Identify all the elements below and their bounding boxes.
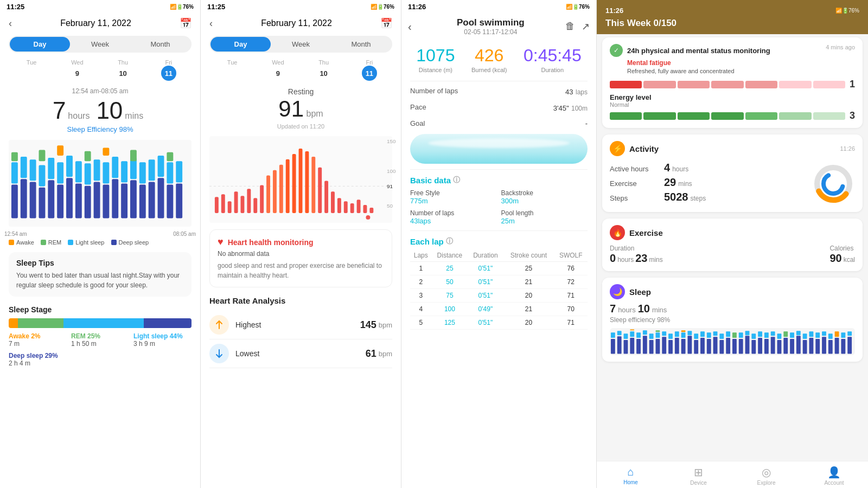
deep-bar [144,318,192,328]
col-laps: Laps [410,249,432,262]
chart-time-labels: 12:54 am 08:05 am [0,231,200,237]
pool-title: Pool swimming [416,17,565,28]
ex-calories-unit: kcal [844,256,855,264]
svg-rect-112 [707,339,711,354]
svg-rect-150 [815,332,820,338]
ex-duration-hours: 0 [610,252,616,265]
pool-visual [410,134,588,164]
highest-label: Highest [235,320,360,329]
device-label: Device [690,480,707,486]
sleep-tips-card: Sleep Tips You went to bed later than us… [9,252,192,297]
heart-monitor-desc: good sleep and rest and proper exercise … [218,261,384,280]
lap-row-4: 4 100 0'49" 21 70 [410,303,588,316]
sidebar-week-title: This Week 0/150 [605,18,859,29]
col-swolf: SWOLF [554,249,588,262]
svg-rect-143 [796,331,801,335]
svg-rect-103 [681,339,686,354]
svg-rect-69 [363,205,367,213]
sleep-efficiency: Sleep Efficiency 98% [9,125,192,133]
goal-label: Goal [410,119,425,127]
svg-rect-97 [675,338,679,354]
nav-bar-1: ‹ February 11, 2022 📅 [0,13,200,34]
svg-rect-37 [176,161,182,182]
share-icon[interactable]: ↗ [582,21,590,33]
svg-rect-81 [624,340,628,354]
goal-row: Goal - [401,116,596,131]
nav-title-2: February 11, 2022 [213,18,380,28]
svg-text:91: 91 [387,183,393,189]
sleep-panel: 11:25 📶🔋76% ‹ February 11, 2022 📅 Day We… [0,0,201,488]
light-stat: Light sleep 44% 3 h 9 m [133,332,192,348]
tab-month-2[interactable]: Month [331,37,391,52]
svg-rect-23 [48,158,54,179]
svg-rect-119 [719,333,724,339]
svg-rect-147 [822,337,826,354]
notif-icon: ✓ [610,44,623,57]
nav-explore[interactable]: ◎ Explore [732,466,800,486]
nav-account[interactable]: 👤 Account [800,466,868,486]
pool-back-icon[interactable]: ‹ [408,21,412,33]
each-lap-section: Each lap ⓘ Laps Distance Duration Stroke… [401,233,596,333]
nav-home[interactable]: ⌂ Home [597,466,665,486]
svg-rect-152 [828,333,833,339]
svg-rect-40 [11,152,18,162]
delete-icon[interactable]: 🗑 [565,21,575,33]
date-cell-wed: Wed 9 [69,59,85,81]
highest-icon [209,315,229,335]
svg-rect-98 [656,332,660,338]
svg-rect-141 [809,338,813,354]
calendar-icon-1[interactable]: 📅 [180,17,192,29]
exercise-card: 🔥 Exercise Duration 0 hours 23 mins Calo… [602,219,863,271]
mental-bar [610,81,845,88]
svg-rect-4 [48,180,54,218]
tab-week-2[interactable]: Week [271,37,331,52]
calendar-icon-2[interactable]: 📅 [380,17,392,29]
tab-day-1[interactable]: Day [10,37,70,52]
svg-rect-53 [260,185,264,213]
distance-label: Distance (m) [416,67,455,73]
heart-monitor-header: ♥ Heart health monitoring [218,236,384,248]
svg-rect-131 [771,337,775,354]
heart-rate-panel: 11:25 📶🔋76% ‹ February 11, 2022 📅 Day We… [201,0,401,488]
energy-bar-num: 3 [850,110,855,121]
svg-rect-18 [176,184,182,219]
svg-rect-155 [847,337,852,354]
energy-bar-g5 [745,112,777,120]
sleep-hours-unit: hours [68,111,90,121]
lowest-label: Lowest [235,349,366,358]
tab-week-1[interactable]: Week [70,37,130,52]
svg-rect-8 [85,186,91,219]
ex-duration-mins: 23 [635,252,647,265]
highest-unit: bpm [379,321,392,329]
svg-rect-29 [103,162,109,183]
svg-rect-121 [732,332,737,338]
svg-rect-33 [139,162,146,183]
account-label: Account [824,480,844,486]
svg-rect-86 [611,332,615,338]
basic-data-info-icon: ⓘ [453,175,460,185]
svg-rect-49 [234,191,238,213]
svg-rect-83 [636,339,641,354]
lap-dist: 25 [432,262,468,275]
svg-point-71 [366,215,370,220]
sleep-main-value: 7 hours 10 mins [9,97,192,124]
svg-rect-100 [668,333,673,339]
svg-rect-125 [758,338,762,354]
status-time-3: 11:26 [408,3,426,11]
svg-rect-137 [783,331,788,337]
svg-rect-42 [85,151,91,162]
ex-duration-label: Duration [610,245,663,252]
svg-rect-9 [94,182,100,218]
svg-rect-108 [687,331,692,335]
tab-month-1[interactable]: Month [130,37,190,52]
svg-rect-21 [30,159,36,181]
nav-device[interactable]: ⊞ Device [665,466,732,486]
tips-title: Sleep Tips [16,259,184,267]
svg-rect-41 [39,150,46,162]
tab-day-2[interactable]: Day [210,37,271,52]
active-hours-unit: hours [672,165,688,173]
svg-rect-26 [75,161,82,182]
svg-rect-31 [121,161,127,182]
active-hours-value: 4 [664,162,670,174]
sleep-stage-section: Sleep Stage Awake 2% 7 m REM 25% 1 h 50 … [9,305,192,367]
